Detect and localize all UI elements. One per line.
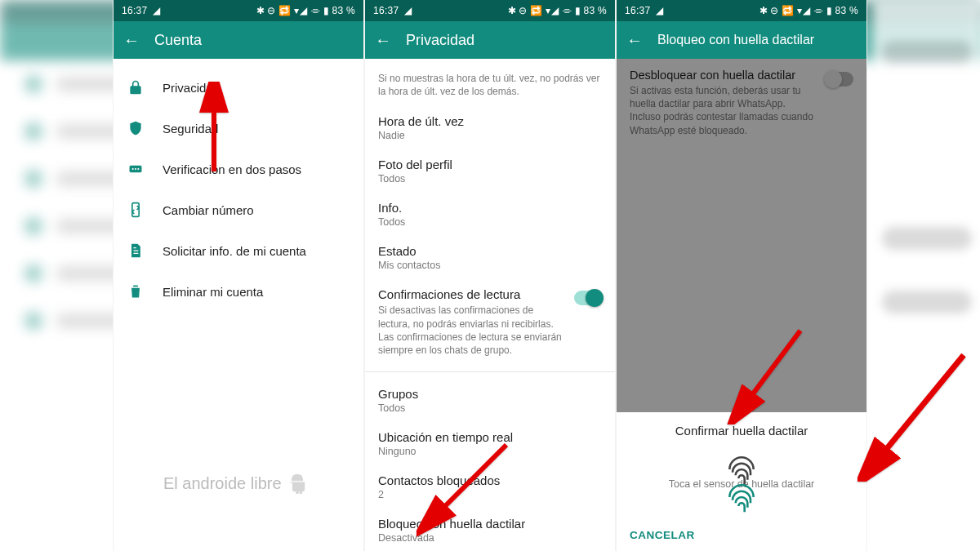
priv-title: Info. bbox=[378, 201, 602, 215]
menu-item-cambiar-numero[interactable]: Cambiar número bbox=[114, 189, 363, 230]
menu-label: Privacidad bbox=[163, 81, 220, 95]
menu-label: Cambiar número bbox=[163, 203, 254, 217]
send-icon: ◢ bbox=[404, 5, 412, 16]
menu-label: Verificación en dos pasos bbox=[163, 162, 301, 176]
status-bar: 16:37◢ ✱ ⊖ 🔁 ▾◢ ⌯ ▮ 83 % bbox=[365, 0, 615, 21]
app-bar-fingerprint: ← Bloqueo con huella dactilar bbox=[617, 21, 866, 59]
priv-item-bloqueados[interactable]: Contactos bloqueados 2 bbox=[365, 465, 615, 509]
priv-sub: Nadie bbox=[378, 130, 602, 141]
status-bar: 16:37◢ ✱ ⊖ 🔁 ▾◢ ⌯ ▮ 83 % bbox=[617, 0, 866, 21]
priv-item-last-seen[interactable]: Hora de últ. vez Nadie bbox=[365, 106, 615, 149]
app-bar-title: Bloqueo con huella dactilar bbox=[657, 33, 814, 47]
svg-point-1 bbox=[132, 168, 134, 170]
watermark: El androide libre bbox=[163, 473, 308, 494]
send-icon: ◢ bbox=[153, 5, 160, 16]
priv-sub: 2 bbox=[378, 489, 602, 500]
status-time: 16:37 bbox=[373, 5, 399, 16]
priv-sub: Mis contactos bbox=[378, 260, 602, 271]
priv-title: Ubicación en tiempo real bbox=[378, 430, 602, 444]
svg-point-3 bbox=[137, 168, 139, 170]
menu-item-privacidad[interactable]: Privacidad bbox=[114, 67, 363, 108]
priv-title: Bloqueo con huella dactilar bbox=[378, 517, 602, 531]
trash-icon bbox=[127, 282, 145, 300]
fingerprint-dialog: Confirmar huella dactilar Toca el sensor… bbox=[617, 412, 866, 551]
menu-label: Solicitar info. de mi cuenta bbox=[163, 244, 306, 258]
priv-sub: Desactivada bbox=[378, 532, 602, 544]
svg-rect-4 bbox=[132, 203, 139, 217]
fingerprint-sensor-icon[interactable] bbox=[724, 479, 760, 518]
doc-icon bbox=[127, 242, 145, 260]
priv-title: Estado bbox=[378, 244, 602, 258]
shield-icon bbox=[127, 119, 145, 137]
app-bar-cuenta: ← Cuenta bbox=[114, 21, 363, 59]
priv-sub: Todos bbox=[378, 173, 602, 184]
priv-title: Hora de últ. vez bbox=[378, 114, 602, 128]
pin-icon bbox=[127, 160, 145, 178]
read-receipts-switch[interactable] bbox=[574, 291, 602, 305]
status-right: ✱ ⊖ 🔁 ▾◢ ⌯ ▮ 83 % bbox=[508, 5, 607, 16]
priv-title: Contactos bloqueados bbox=[378, 473, 602, 487]
priv-item-photo[interactable]: Foto del perfil Todos bbox=[365, 149, 615, 193]
priv-item-estado[interactable]: Estado Mis contactos bbox=[365, 236, 615, 279]
svg-point-2 bbox=[135, 168, 136, 170]
read-receipts-title: Confirmaciones de lectura bbox=[378, 287, 566, 301]
status-bar: 16:37◢ ✱ ⊖ 🔁 ▾◢ ⌯ ▮ 83 % bbox=[114, 0, 363, 21]
status-time: 16:37 bbox=[122, 5, 148, 16]
app-bar-title: Privacidad bbox=[406, 32, 474, 49]
read-receipts-desc: Si desactivas las confirmaciones de lect… bbox=[378, 304, 566, 357]
privacy-head-note: Si no muestras la hora de tu últ. vez, n… bbox=[365, 67, 615, 106]
priv-sub: Todos bbox=[378, 216, 602, 228]
back-icon[interactable]: ← bbox=[626, 31, 643, 50]
status-right: ✱ ⊖ 🔁 ▾◢ ⌯ ▮ 83 % bbox=[760, 5, 858, 16]
menu-item-solicitar-info[interactable]: Solicitar info. de mi cuenta bbox=[114, 230, 363, 271]
lock-icon bbox=[127, 78, 145, 96]
watermark-text: El androide libre bbox=[163, 474, 282, 493]
android-icon bbox=[287, 473, 308, 494]
app-bar-privacidad: ← Privacidad bbox=[365, 21, 615, 59]
menu-item-seguridad[interactable]: Seguridad bbox=[114, 108, 363, 149]
menu-label: Eliminar mi cuenta bbox=[163, 285, 263, 299]
status-right: ✱ ⊖ 🔁 ▾◢ ⌯ ▮ 83 % bbox=[256, 5, 355, 16]
panel-cuenta: 16:37◢ ✱ ⊖ 🔁 ▾◢ ⌯ ▮ 83 % ← Cuenta Privac… bbox=[113, 0, 364, 551]
priv-item-read-receipts[interactable]: Confirmaciones de lectura Si desactivas … bbox=[365, 279, 615, 365]
dialog-title: Confirmar huella dactilar bbox=[630, 424, 853, 438]
dialog-cancel-button[interactable]: CANCELAR bbox=[630, 529, 695, 541]
back-icon[interactable]: ← bbox=[123, 31, 140, 50]
screenshot-panels: 16:37◢ ✱ ⊖ 🔁 ▾◢ ⌯ ▮ 83 % ← Cuenta Privac… bbox=[0, 0, 980, 551]
menu-label: Seguridad bbox=[163, 122, 218, 136]
status-time: 16:37 bbox=[625, 5, 651, 16]
back-icon[interactable]: ← bbox=[375, 31, 391, 50]
send-icon: ◢ bbox=[656, 5, 663, 16]
priv-item-grupos[interactable]: Grupos Todos bbox=[365, 379, 615, 422]
divider bbox=[365, 371, 615, 372]
panel-fingerprint: 16:37◢ ✱ ⊖ 🔁 ▾◢ ⌯ ▮ 83 % ← Bloqueo con h… bbox=[616, 0, 867, 551]
priv-sub: Todos bbox=[378, 402, 602, 414]
priv-item-fingerprint-lock[interactable]: Bloqueo con huella dactilar Desactivada bbox=[365, 509, 615, 551]
priv-item-ubicacion[interactable]: Ubicación en tiempo real Ninguno bbox=[365, 422, 615, 465]
panel-privacidad: 16:37◢ ✱ ⊖ 🔁 ▾◢ ⌯ ▮ 83 % ← Privacidad Si… bbox=[364, 0, 616, 551]
priv-item-info[interactable]: Info. Todos bbox=[365, 193, 615, 236]
priv-sub: Ninguno bbox=[378, 446, 602, 457]
app-bar-title: Cuenta bbox=[154, 32, 202, 49]
phone-swap-icon bbox=[127, 201, 145, 219]
menu-item-verificacion[interactable]: Verificación en dos pasos bbox=[114, 149, 363, 189]
priv-title: Grupos bbox=[378, 387, 602, 401]
menu-item-eliminar[interactable]: Eliminar mi cuenta bbox=[114, 271, 363, 312]
priv-title: Foto del perfil bbox=[378, 158, 602, 171]
